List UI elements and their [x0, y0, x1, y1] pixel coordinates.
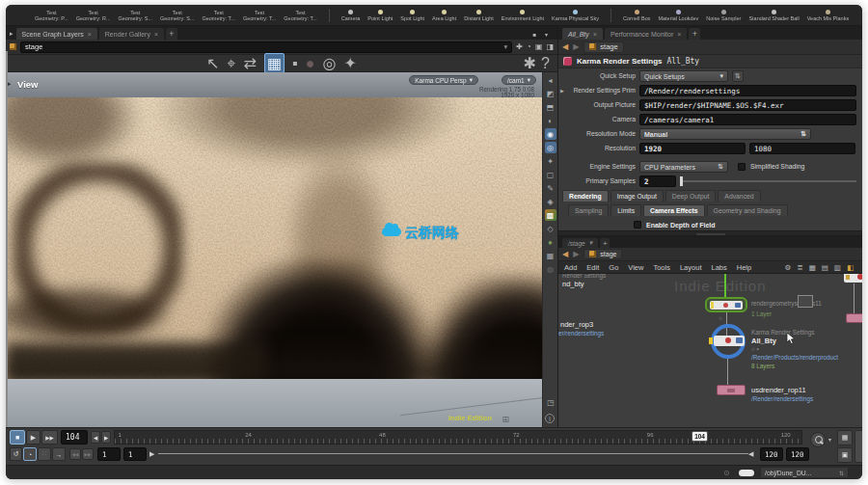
next-frame-button[interactable]: ▶ [101, 431, 111, 444]
close-icon[interactable]: × [677, 31, 681, 38]
network-canvas[interactable]: Indie Edition Render Settings nd_bty nde… [558, 274, 862, 427]
enable-dof-checkbox[interactable] [634, 221, 641, 229]
network-breadcrumb[interactable]: stage [583, 249, 622, 259]
wrench-icon[interactable]: ⚙ [782, 263, 795, 272]
shelf-tool-test-geometry[interactable]: TestGeometry: T... [198, 5, 238, 26]
tab-performance-monitor[interactable]: Performance Monitor× [605, 28, 687, 40]
thumb-view-icon[interactable]: ▥ [831, 263, 844, 272]
playbar-zoom-button[interactable] [810, 432, 826, 447]
shelf-tool-spot-light[interactable]: Spot Light [396, 5, 428, 26]
shelf-tool-test-geometry[interactable]: TestGeometry: T... [280, 5, 320, 26]
tab-render-gallery[interactable]: Render Gallery× [99, 28, 164, 40]
node-karma-all-bty[interactable] [714, 336, 745, 346]
view-tool-icon[interactable]: ▦ [264, 53, 285, 73]
slider-handle[interactable] [680, 176, 683, 186]
clock-icon[interactable]: ◔ [527, 42, 531, 51]
isolate-icon[interactable]: ✦ [545, 155, 556, 167]
dopnet-options-button[interactable]: ⁙ [38, 447, 51, 461]
prev-keyframe-button[interactable]: ◀◀ [69, 448, 81, 460]
chevron-down-icon[interactable]: ▾ [504, 42, 508, 51]
range-slider-right-handle[interactable]: ◀ [748, 450, 753, 458]
perf-chart-icon[interactable]: ≣ [794, 263, 805, 272]
quick-setup-dropdown[interactable]: Quick Setups▾ [639, 70, 728, 82]
render-flag-icon[interactable]: ● [306, 55, 315, 72]
select-tool-icon[interactable]: ↖ [206, 54, 219, 72]
output-picture-field[interactable]: $HIP/render/$HIPNAME.$OS.$F4.exr [639, 99, 856, 111]
range-slider-left-handle[interactable]: ▶ [149, 450, 154, 458]
current-node-selector[interactable]: /obj/Dune_DU... ⇅ [760, 467, 849, 478]
primary-samples-slider[interactable] [680, 175, 856, 187]
timeline-ruler[interactable]: 1 24 48 72 96 120 104 [114, 430, 802, 445]
template-icon[interactable]: ✎ [545, 182, 556, 194]
pane-arrow-icon[interactable]: ▸ [10, 30, 14, 38]
stop-button[interactable]: ■ [10, 430, 25, 445]
color-palette-icon[interactable]: ◧ [844, 263, 856, 272]
current-frame-field[interactable]: 104 [61, 430, 88, 445]
render-settings-prim-field[interactable]: /Render/rendersettings [639, 85, 856, 96]
node-label[interactable]: usdrender_rop11 [751, 386, 806, 394]
points-display-icon[interactable]: ◈ [545, 196, 556, 207]
back-icon[interactable]: ◀ [562, 42, 568, 51]
chevron-down-icon[interactable]: ▾ [589, 239, 593, 247]
primary-samples-field[interactable]: 2 [639, 175, 676, 187]
quick-setup-stepper[interactable]: ⇅ [732, 70, 744, 82]
tab-deep-output[interactable]: Deep Output [665, 190, 717, 202]
viewport-layout-icon[interactable]: ◳ [545, 396, 556, 408]
menu-go[interactable]: Go [609, 263, 618, 272]
pane-collapse-icon[interactable]: ◂ [545, 74, 556, 86]
close-icon[interactable]: × [593, 31, 597, 38]
info-icon[interactable]: i [545, 414, 555, 423]
breadcrumb[interactable]: stage [583, 41, 623, 53]
undo-playbar-button[interactable]: ↺ [10, 447, 22, 461]
simplified-shading-checkbox[interactable] [738, 163, 746, 171]
menu-help[interactable]: Help [737, 263, 751, 272]
playhead-marker[interactable]: 104 [692, 431, 708, 442]
view-label[interactable]: View [17, 79, 38, 90]
fast-forward-button[interactable]: ▶▶ [41, 430, 58, 445]
move-tool-icon[interactable]: ⇄ [244, 54, 257, 72]
renderer-selector[interactable]: Karma CPU Persp▾ [409, 75, 478, 85]
range-slider-track[interactable] [158, 453, 748, 454]
node-rendergeometrysettings[interactable] [705, 297, 747, 312]
tab-all-bty[interactable]: All_Bty× [562, 28, 603, 40]
node-flag-yellow[interactable] [711, 302, 714, 309]
shelf-tool-material-lookdev[interactable]: Material Lookdev [654, 5, 702, 26]
shelf-tool-camera[interactable]: Camera [338, 5, 365, 26]
shelf-tool-noise-sampler[interactable]: Noise Sampler [702, 5, 745, 26]
next-keyframe-button[interactable]: ▶▶ [82, 448, 94, 460]
view-menu-arrow-icon[interactable]: ▸ [8, 80, 12, 88]
forward-icon[interactable]: ▶ [573, 42, 579, 51]
pin-icon[interactable]: ✚ [516, 42, 523, 51]
shelf-tool-cornell-box[interactable]: Cornell Box [619, 5, 654, 26]
shelf-tool-test-geometry[interactable]: TestGeometry: S... [156, 5, 198, 26]
menu-tools[interactable]: Tools [653, 263, 670, 272]
shelf-tool-environment-light[interactable]: Environment Light [498, 5, 548, 26]
shelf-tool-test-geometry[interactable]: TestGeometry: R... [72, 5, 115, 26]
node-usdrender-rop[interactable] [717, 385, 746, 395]
node-flag-yellow[interactable] [709, 337, 713, 344]
snap-tool-icon[interactable]: ▪ [292, 55, 298, 72]
list-view-icon[interactable]: ▤ [819, 263, 831, 272]
tab-limits[interactable]: Limits [610, 204, 641, 216]
lighting-mode-icon[interactable]: ◉ [545, 128, 556, 140]
shelf-tool-point-light[interactable]: Point Light [364, 5, 396, 26]
forward-icon[interactable]: ▶ [573, 250, 579, 258]
tab-geometry-and-shading[interactable]: Geometry and Shading [707, 204, 788, 216]
display-options-icon[interactable]: ✱ [524, 54, 536, 72]
camera-field[interactable]: /cameras/camera1 [639, 114, 856, 125]
menu-add[interactable]: Add [564, 263, 577, 272]
prev-frame-button[interactable]: ◀ [91, 431, 100, 444]
network-box[interactable] [798, 295, 813, 308]
tab-stage-network[interactable]: /stage▾ [562, 238, 598, 248]
menu-edit[interactable]: Edit [586, 263, 599, 272]
range-subend-field[interactable]: 120 [786, 447, 809, 461]
range-substart-field[interactable]: 1 [123, 447, 147, 461]
node-partial-pink[interactable] [846, 313, 862, 323]
normals-display-icon[interactable]: ◇ [545, 223, 556, 234]
shelf-tool-distant-light[interactable]: Distant Light [460, 5, 498, 26]
headlight-icon[interactable]: ◐ [545, 115, 556, 126]
resolution-width-field[interactable]: 1920 [639, 143, 746, 154]
range-end-field[interactable]: 120 [760, 447, 783, 461]
shelf-tool-standard-shader-ball[interactable]: Standard Shader Ball [745, 5, 802, 26]
shelf-tool-veach-mis-planks[interactable]: Veach Mis Planks [803, 5, 853, 26]
